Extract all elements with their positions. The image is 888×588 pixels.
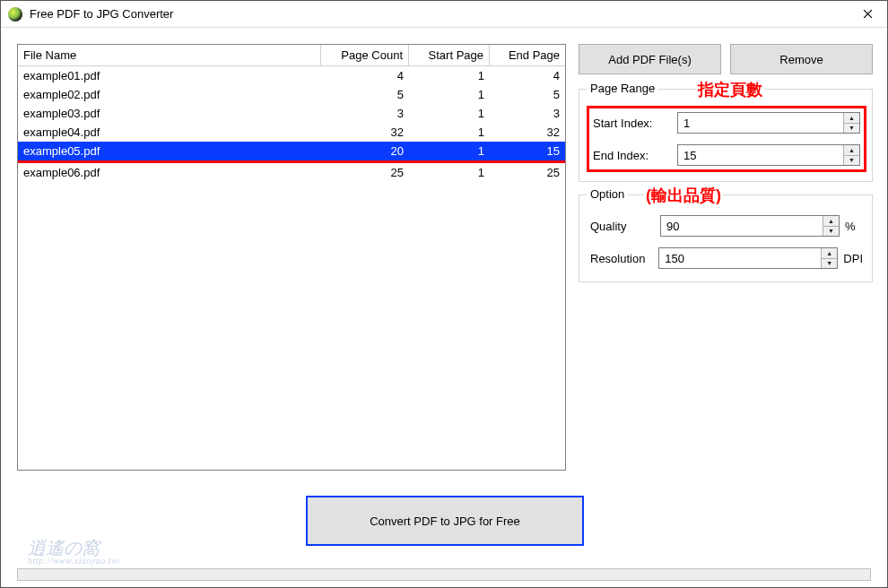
cell-startpage: 1	[409, 125, 490, 139]
quality-down[interactable]: ▼	[823, 227, 839, 237]
annotation-page-range: 指定頁數	[696, 79, 764, 100]
cell-endpage: 32	[490, 125, 565, 139]
resolution-up[interactable]: ▲	[822, 248, 837, 259]
watermark-text: 逍遙の窩	[28, 539, 121, 557]
cell-endpage: 25	[490, 166, 565, 179]
close-icon	[863, 9, 873, 19]
watermark: 逍遙の窩 http://www.xiaoyao.tw/	[28, 539, 121, 566]
quality-spinner[interactable]: ▲ ▼	[660, 215, 840, 237]
app-icon	[8, 7, 22, 22]
annotation-redbox: Start Index: ▲ ▼ End Index:	[587, 106, 866, 172]
cell-startpage: 1	[409, 166, 490, 179]
cell-endpage: 15	[490, 144, 565, 158]
start-index-input[interactable]	[678, 113, 843, 133]
cell-filename: example05.pdf	[18, 144, 321, 158]
resolution-down[interactable]: ▼	[822, 259, 837, 269]
column-header-startpage[interactable]: Start Page	[409, 45, 490, 65]
start-index-down[interactable]: ▼	[844, 124, 859, 134]
option-group: Option (輸出品質) Quality ▲ ▼ % Resolution	[579, 195, 873, 282]
resolution-input[interactable]	[659, 248, 821, 268]
resolution-label: Resolution	[590, 252, 658, 265]
end-index-down[interactable]: ▼	[844, 156, 859, 166]
cell-pagecount: 3	[321, 107, 409, 120]
progress-bar	[17, 568, 871, 581]
start-index-up[interactable]: ▲	[844, 113, 859, 124]
cell-startpage: 1	[409, 107, 490, 120]
column-header-endpage[interactable]: End Page	[490, 45, 565, 65]
window-title: Free PDF to JPG Converter	[30, 7, 848, 21]
table-row[interactable]: example01.pdf414	[18, 66, 565, 85]
cell-filename: example03.pdf	[18, 107, 321, 120]
end-index-input[interactable]	[678, 145, 843, 165]
cell-pagecount: 5	[321, 88, 409, 101]
right-panel: Add PDF File(s) Remove Page Range 指定頁數 S…	[579, 44, 873, 471]
cell-pagecount: 32	[321, 125, 409, 139]
end-index-spinner[interactable]: ▲ ▼	[677, 144, 860, 166]
option-title: Option	[587, 187, 628, 201]
cell-startpage: 1	[409, 69, 490, 82]
start-index-spinner[interactable]: ▲ ▼	[677, 112, 860, 134]
cell-startpage: 1	[409, 144, 490, 158]
end-index-up[interactable]: ▲	[844, 145, 859, 156]
page-range-title: Page Range	[587, 82, 658, 95]
resolution-unit: DPI	[838, 252, 863, 265]
quality-unit: %	[840, 220, 863, 233]
cell-pagecount: 25	[321, 166, 409, 179]
annotation-option: (輸出品質)	[644, 185, 723, 206]
cell-endpage: 3	[490, 107, 565, 120]
file-list-body: example01.pdf414example02.pdf515example0…	[18, 66, 565, 470]
file-list[interactable]: File Name Page Count Start Page End Page…	[17, 44, 566, 471]
cell-filename: example04.pdf	[18, 125, 321, 139]
cell-filename: example01.pdf	[18, 69, 321, 82]
quality-input[interactable]	[661, 216, 823, 236]
table-row[interactable]: example04.pdf32132	[18, 123, 565, 142]
end-index-label: End Index:	[593, 149, 677, 162]
start-index-label: Start Index:	[593, 117, 677, 130]
convert-button[interactable]: Convert PDF to JPG for Free	[306, 496, 584, 546]
remove-button[interactable]: Remove	[730, 44, 873, 74]
table-row[interactable]: example03.pdf313	[18, 104, 565, 123]
titlebar: Free PDF to JPG Converter	[1, 1, 887, 28]
column-header-filename[interactable]: File Name	[18, 45, 321, 65]
close-button[interactable]	[848, 2, 887, 27]
file-list-header: File Name Page Count Start Page End Page	[18, 45, 565, 66]
cell-startpage: 1	[409, 88, 490, 101]
quality-up[interactable]: ▲	[823, 216, 839, 227]
cell-endpage: 4	[490, 69, 565, 82]
cell-pagecount: 4	[321, 69, 409, 82]
resolution-spinner[interactable]: ▲ ▼	[658, 247, 838, 269]
quality-label: Quality	[590, 220, 660, 233]
cell-pagecount: 20	[321, 144, 409, 158]
table-row[interactable]: example05.pdf20115	[18, 142, 565, 163]
watermark-url: http://www.xiaoyao.tw/	[28, 557, 121, 566]
table-row[interactable]: example02.pdf515	[18, 85, 565, 104]
page-range-group: Page Range 指定頁數 Start Index: ▲ ▼	[579, 89, 873, 182]
add-pdf-button[interactable]: Add PDF File(s)	[579, 44, 721, 74]
cell-endpage: 5	[490, 88, 565, 101]
cell-filename: example06.pdf	[18, 166, 321, 179]
table-row[interactable]: example06.pdf25125	[18, 163, 565, 182]
cell-filename: example02.pdf	[18, 88, 321, 101]
column-header-pagecount[interactable]: Page Count	[321, 45, 409, 65]
